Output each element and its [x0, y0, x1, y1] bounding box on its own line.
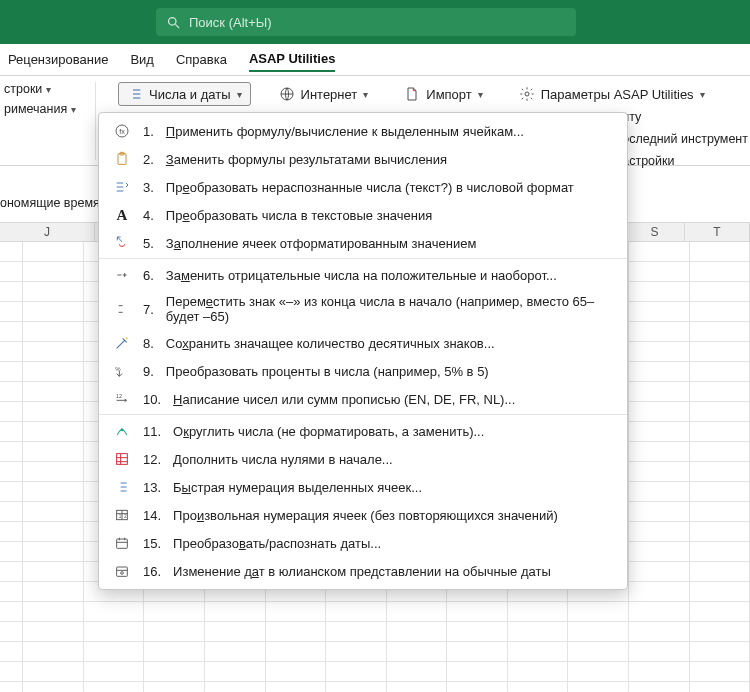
menu-item-13[interactable]: 13.Быстрая нумерация выделенных ячеек... [99, 473, 627, 501]
title-bar: Поиск (Alt+Ы) [0, 0, 750, 44]
list-icon [127, 86, 143, 102]
menu-item-number: 4. [143, 208, 154, 223]
menu-item-icon [113, 534, 131, 552]
menu-item-label: Заменить отрицательные числа на положите… [166, 268, 557, 283]
menu-item-label: Преобразовать проценты в числа (например… [166, 364, 489, 379]
menu-item-10[interactable]: 1210.Написание чисел или сумм прописью (… [99, 385, 627, 415]
svg-text:fx: fx [119, 127, 125, 136]
asap-params-button[interactable]: Параметры ASAP Utilities ▾ [511, 83, 713, 105]
svg-point-9 [525, 92, 529, 96]
menu-item-icon [113, 422, 131, 440]
svg-text:%: % [115, 366, 121, 372]
search-placeholder: Поиск (Alt+Ы) [189, 15, 272, 30]
menu-item-number: 10. [143, 392, 161, 407]
menu-item-label: Заполнение ячеек отформатированным значе… [166, 236, 476, 251]
chevron-down-icon: ▾ [46, 84, 51, 95]
svg-point-0 [169, 17, 177, 25]
menu-item-11[interactable]: 11.Округлить числа (не форматировать, а … [99, 417, 627, 445]
menu-item-label: Применить формулу/вычисление к выделенны… [166, 124, 524, 139]
svg-rect-24 [117, 454, 128, 465]
svg-text:12: 12 [116, 393, 122, 399]
tab-asap-utilities[interactable]: ASAP Utilities [249, 47, 335, 72]
menu-item-icon [113, 178, 131, 196]
menu-item-icon [113, 150, 131, 168]
chevron-down-icon: ▾ [71, 104, 76, 115]
chevron-down-icon: ▾ [363, 89, 368, 100]
menu-item-icon: % [113, 362, 131, 380]
menu-item-number: 15. [143, 536, 161, 551]
menu-item-9[interactable]: %9.Преобразовать проценты в числа (напри… [99, 357, 627, 385]
tab-view[interactable]: Вид [130, 48, 154, 71]
menu-item-icon [113, 266, 131, 284]
menu-item-label: Преобразовать числа в текстовые значения [166, 208, 432, 223]
menu-item-icon [113, 300, 131, 318]
menu-item-12[interactable]: 12.Дополнить числа нулями в начале... [99, 445, 627, 473]
import-button[interactable]: Импорт ▾ [396, 83, 490, 105]
menu-item-label: Сохранить значащее количество десятичных… [166, 336, 495, 351]
link-last-tool[interactable]: оследний инструмент [622, 132, 748, 146]
menu-item-icon: 12 [113, 390, 131, 408]
menu-item-number: 3. [143, 180, 154, 195]
menu-item-label: Заменить формулы результатами вычисления [166, 152, 447, 167]
menu-item-6[interactable]: 6.Заменить отрицательные числа на положи… [99, 261, 627, 289]
menu-item-number: 13. [143, 480, 161, 495]
chevron-down-icon: ▾ [700, 89, 705, 100]
menu-item-number: 1. [143, 124, 154, 139]
column-header[interactable]: T [685, 223, 750, 241]
chevron-down-icon: ▾ [478, 89, 483, 100]
tab-review[interactable]: Рецензирование [8, 48, 108, 71]
menu-item-icon: A [113, 206, 131, 224]
globe-icon [279, 86, 295, 102]
svg-point-20 [126, 337, 128, 339]
internet-button[interactable]: Интернет ▾ [271, 83, 377, 105]
ribbon-tabs: Рецензирование Вид Справка ASAP Utilitie… [0, 44, 750, 76]
column-header[interactable]: J [0, 223, 95, 241]
svg-line-1 [175, 24, 179, 28]
menu-item-label: Написание чисел или сумм прописью (EN, D… [173, 392, 515, 407]
menu-item-icon [113, 334, 131, 352]
svg-text:1: 1 [119, 514, 122, 519]
menu-item-label: Быстрая нумерация выделенных ячеек... [173, 480, 422, 495]
menu-item-label: Изменение дат в юлианском представлении … [173, 564, 551, 579]
menu-item-icon [113, 450, 131, 468]
menu-item-icon [113, 562, 131, 580]
menu-item-14[interactable]: 1214.Произвольная нумерация ячеек (без п… [99, 501, 627, 529]
menu-item-3[interactable]: 3.Преобразовать нераспознанные числа (те… [99, 173, 627, 201]
menu-item-number: 2. [143, 152, 154, 167]
menu-item-label: Преобразовать нераспознанные числа (текс… [166, 180, 574, 195]
menu-item-icon: 12 [113, 506, 131, 524]
menu-item-number: 6. [143, 268, 154, 283]
menu-item-number: 8. [143, 336, 154, 351]
menu-item-1[interactable]: fx1.Применить формулу/вычисление к выдел… [99, 117, 627, 145]
menu-item-icon: fx [113, 122, 131, 140]
menu-item-number: 9. [143, 364, 154, 379]
svg-point-23 [121, 429, 123, 431]
menu-item-8[interactable]: 8.Сохранить значащее количество десятичн… [99, 329, 627, 357]
menu-item-label: Произвольная нумерация ячеек (без повтор… [173, 508, 558, 523]
menu-item-label: Преобразовать/распознать даты... [173, 536, 381, 551]
column-header[interactable]: S [625, 223, 685, 241]
menu-item-16[interactable]: 16.Изменение дат в юлианском представлен… [99, 557, 627, 585]
menu-item-number: 5. [143, 236, 154, 251]
search-icon [166, 15, 181, 30]
menu-item-icon [113, 478, 131, 496]
menu-item-number: 11. [143, 424, 161, 439]
menu-item-4[interactable]: A4.Преобразовать числа в текстовые значе… [99, 201, 627, 229]
notes-button[interactable]: римечания ▾ [4, 102, 91, 116]
menu-item-label: Дополнить числа нулями в начале... [173, 452, 393, 467]
menu-item-15[interactable]: 15.Преобразовать/распознать даты... [99, 529, 627, 557]
menu-item-7[interactable]: 7.Переместить знак «–» из конца числа в … [99, 289, 627, 329]
file-icon [404, 86, 420, 102]
chevron-down-icon: ▾ [237, 89, 242, 100]
menu-item-number: 12. [143, 452, 161, 467]
rows-button[interactable]: строки ▾ [4, 82, 91, 96]
menu-item-number: 7. [143, 302, 154, 317]
menu-item-number: 14. [143, 508, 161, 523]
numbers-dates-menu: fx1.Применить формулу/вычисление к выдел… [98, 112, 628, 590]
numbers-dates-button[interactable]: Числа и даты ▾ [118, 82, 251, 106]
tab-help[interactable]: Справка [176, 48, 227, 71]
menu-item-label: Переместить знак «–» из конца числа в на… [166, 294, 613, 324]
search-box[interactable]: Поиск (Alt+Ы) [156, 8, 576, 36]
menu-item-5[interactable]: 5.Заполнение ячеек отформатированным зна… [99, 229, 627, 259]
menu-item-2[interactable]: 2.Заменить формулы результатами вычислен… [99, 145, 627, 173]
